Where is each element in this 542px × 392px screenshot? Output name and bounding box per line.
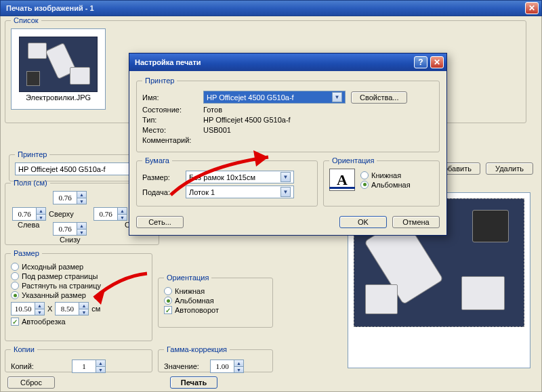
label-fit-page: Под размер страницы (22, 272, 98, 280)
dlg-size-value: Без рамок 10x15см (189, 173, 255, 181)
print-button[interactable]: Печать (170, 376, 217, 389)
dlg-size-label: Размер: (142, 173, 180, 181)
ok-button[interactable]: OK (339, 216, 387, 228)
list-legend: Список (11, 16, 41, 24)
radio-stretch[interactable]: Растянуть на страницу (11, 282, 146, 290)
label-unit: см (91, 305, 100, 313)
dlg-paper-group: Бумага Размер: Без рамок 10x15см ▼ Подач… (136, 156, 318, 206)
dlg-size-combo[interactable]: Без рамок 10x15см ▼ (186, 171, 294, 183)
size-group: Размер Исходный размер Под размер страни… (5, 249, 152, 341)
label-original: Исходный размер (22, 263, 83, 271)
gamma-spin[interactable]: ▲▼ (210, 360, 244, 373)
main-window-title: Печать изображений - 1 (6, 4, 525, 12)
dlg-source-value: Лоток 1 (189, 188, 215, 196)
copies-legend: Копии (11, 345, 37, 353)
size-legend: Размер (11, 249, 42, 257)
margin-left-spin[interactable]: ▲▼ (12, 207, 46, 221)
dlg-state-value: Готов (203, 106, 434, 114)
check-autorotate[interactable]: ✓Автоповорот (164, 306, 267, 314)
dialog-close-icon[interactable]: ✕ (430, 56, 444, 68)
label-top: Сверху (49, 210, 74, 218)
main-titlebar: Печать изображений - 1 ✕ (0, 0, 542, 16)
reset-button[interactable]: Сброс (7, 376, 55, 389)
label-stretch: Растянуть на страницу (22, 282, 101, 290)
printer-combo-value: HP Officejet 4500 G510a-f (18, 165, 106, 173)
dlg-printer-legend: Принтер (142, 77, 177, 85)
check-autocrop[interactable]: ✓Автообрезка (11, 318, 146, 326)
dlg-orient-legend: Ориентация (329, 156, 377, 165)
label-portrait-dlg: Книжная (371, 171, 401, 179)
dlg-loc-label: Место: (142, 126, 198, 134)
dlg-orient-group: Ориентация A Книжная Альбомная (323, 156, 440, 206)
gamma-label: Значение: (164, 362, 205, 370)
network-button[interactable]: Сеть... (136, 216, 184, 228)
radio-custom[interactable]: Указанный размер (11, 291, 146, 299)
remove-button[interactable]: Удалить (486, 162, 533, 175)
copies-label: Копий: (11, 362, 66, 370)
properties-button[interactable]: Свойства... (351, 91, 407, 104)
dlg-type-value: HP Officejet 4500 G510a-f (203, 116, 434, 124)
size-height-spin[interactable]: ▲▼ (55, 302, 89, 315)
label-x: X (47, 305, 52, 313)
dlg-state-label: Состояние: (142, 106, 198, 114)
margin-bottom-spin[interactable]: ▲▼ (53, 222, 87, 236)
radio-portrait-dlg[interactable]: Книжная (360, 171, 411, 179)
dlg-source-combo[interactable]: Лоток 1 ▼ (186, 186, 294, 198)
size-width-spin[interactable]: ▲▼ (11, 302, 45, 315)
orientation-group: Ориентация Книжная Альбомная ✓Автоповоро… (158, 274, 273, 328)
gamma-legend: Гамма-коррекция (164, 345, 230, 353)
thumbnail-image (19, 37, 98, 92)
dlg-printer-group: Принтер Имя: HP Officejet 4500 G510a-f ▼… (136, 77, 440, 152)
margin-top-spin[interactable]: ▲▼ (53, 191, 87, 204)
label-portrait-main: Книжная (175, 287, 205, 295)
dlg-name-value: HP Officejet 4500 G510a-f (207, 93, 294, 102)
radio-original[interactable]: Исходный размер (11, 263, 146, 271)
radio-portrait-main[interactable]: Книжная (164, 287, 267, 295)
label-landscape-dlg: Альбомная (371, 181, 411, 189)
close-icon[interactable]: ✕ (525, 2, 539, 14)
dlg-source-label: Подача: (142, 188, 180, 196)
radio-fit-page[interactable]: Под размер страницы (11, 272, 146, 280)
dialog-titlebar[interactable]: Настройка печати ? ✕ (129, 53, 446, 71)
label-autorotate: Автоповорот (175, 306, 219, 314)
radio-landscape-main[interactable]: Альбомная (164, 297, 267, 305)
copies-group: Копии Копий: ▲▼ (5, 345, 152, 372)
print-setup-dialog: Настройка печати ? ✕ Принтер Имя: HP Off… (129, 53, 447, 236)
radio-landscape-dlg[interactable]: Альбомная (360, 181, 411, 189)
dialog-title: Настройка печати (135, 58, 411, 66)
dlg-comment-label: Комментарий: (142, 136, 198, 144)
label-landscape-main: Альбомная (175, 297, 214, 305)
label-autocrop: Автообрезка (22, 318, 66, 326)
thumbnail-label: Электровилки.JPG (26, 93, 91, 102)
label-custom: Указанный размер (22, 291, 86, 299)
dlg-name-combo[interactable]: HP Officejet 4500 G510a-f ▼ (203, 91, 346, 104)
label-left: Слева (18, 221, 39, 229)
printer-legend: Принтер (15, 150, 49, 158)
chevron-down-icon[interactable]: ▼ (280, 187, 291, 197)
dlg-name-label: Имя: (142, 93, 198, 102)
chevron-down-icon[interactable]: ▼ (332, 92, 342, 102)
dlg-paper-legend: Бумага (142, 156, 172, 165)
help-icon[interactable]: ? (414, 56, 428, 68)
copies-spin[interactable]: ▲▼ (72, 360, 106, 373)
orientation-legend: Ориентация (164, 274, 211, 282)
thumbnail[interactable]: Электровилки.JPG (11, 28, 106, 110)
margins-legend: Поля (см) (11, 179, 50, 187)
dlg-type-label: Тип: (142, 116, 198, 124)
dlg-loc-value: USB001 (203, 126, 434, 134)
cancel-button[interactable]: Отмена (392, 216, 440, 228)
margin-right-spin[interactable]: ▲▼ (93, 207, 127, 221)
chevron-down-icon[interactable]: ▼ (280, 172, 291, 182)
label-bottom: Снизу (60, 236, 81, 244)
gamma-group: Гамма-коррекция Значение: ▲▼ (158, 345, 273, 372)
